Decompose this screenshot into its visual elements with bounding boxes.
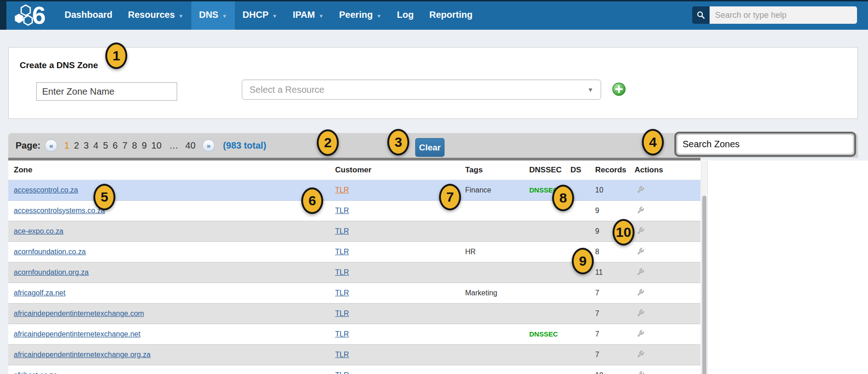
wrench-icon[interactable] (635, 288, 646, 299)
logo-six: 6 (32, 1, 46, 29)
page-label: Page: (16, 140, 40, 151)
zone-link[interactable]: africagolf.za.net (14, 289, 65, 297)
ds-cell (569, 283, 593, 303)
page-number-8[interactable]: 8 (132, 140, 137, 151)
table-header-row: Zone Customer Tags DNSSEC DS Records Act… (8, 160, 700, 180)
customer-link[interactable]: TLR (335, 186, 349, 194)
zone-link[interactable]: africaindependentinternetexchange.com (14, 310, 144, 317)
search-button[interactable] (692, 6, 710, 24)
plus-circle-icon (612, 82, 626, 96)
tags-cell (461, 344, 527, 365)
tags-cell: Finance (461, 180, 527, 200)
create-dns-zone-panel: Create a DNS Zone Select a Resource ▼ (8, 47, 858, 119)
column-header-records: Records (593, 160, 631, 180)
tags-cell: Marketing (461, 283, 527, 303)
page-number-9[interactable]: 9 (141, 140, 146, 151)
zone-name-input[interactable] (36, 82, 177, 101)
customer-link[interactable]: TLR (335, 268, 349, 276)
zone-link[interactable]: acornfoundation.org.za (14, 268, 89, 276)
total-count: (983 total) (223, 140, 266, 151)
nav-item-peering[interactable]: Peering▼ (331, 0, 389, 30)
page-number-6[interactable]: 6 (113, 140, 118, 151)
dnssec-status (527, 262, 569, 283)
customer-link[interactable]: TLR (335, 207, 349, 214)
records-count: 7 (593, 283, 631, 303)
wrench-icon[interactable] (635, 205, 646, 216)
wrench-icon[interactable] (635, 185, 646, 196)
nav-item-dashboard[interactable]: Dashboard (57, 0, 120, 30)
wrench-icon[interactable] (635, 267, 646, 278)
customer-link[interactable]: TLR (335, 351, 349, 358)
dnssec-status (527, 344, 569, 365)
page-number-7[interactable]: 7 (122, 140, 127, 151)
wrench-icon[interactable] (635, 349, 646, 360)
page-number-5[interactable]: 5 (103, 140, 108, 151)
wrench-icon[interactable] (635, 329, 646, 340)
dnssec-status: DNSSEC (527, 324, 569, 344)
ds-cell (569, 303, 593, 324)
annotation-badge-7: 7 (439, 184, 461, 210)
dnssec-status (527, 241, 569, 262)
window-top-edge (0, 0, 868, 1)
annotation-badge-9: 9 (572, 248, 594, 274)
nav-item-log[interactable]: Log (389, 0, 422, 30)
page-number-40[interactable]: 40 (185, 140, 195, 151)
logo-hexagons-icon (13, 4, 35, 27)
last-page-button[interactable]: » (202, 139, 215, 152)
zone-link[interactable]: accesscontrol.co.za (14, 186, 78, 194)
records-count: 7 (593, 344, 631, 365)
page-number-3[interactable]: 3 (84, 140, 89, 151)
table-scrollbar[interactable] (701, 161, 708, 374)
first-page-button[interactable]: « (45, 139, 57, 152)
column-header-customer: Customer (329, 160, 461, 180)
wrench-icon[interactable] (635, 246, 646, 257)
logo-6connect[interactable]: 6 (13, 0, 46, 30)
customer-link[interactable]: TLR (335, 330, 349, 338)
customer-link[interactable]: TLR (335, 371, 349, 374)
page-number-10[interactable]: 10 (152, 140, 162, 151)
ds-cell (569, 365, 593, 374)
customer-link[interactable]: TLR (335, 248, 349, 256)
annotation-badge-10: 10 (613, 219, 635, 246)
ds-cell (569, 324, 593, 344)
table-row: africagolf.za.net TLR Marketing 7 (8, 283, 700, 303)
annotation-badge-8: 8 (552, 185, 574, 211)
tags-cell (461, 324, 527, 344)
global-search-input[interactable] (710, 6, 857, 24)
table-row: ace-expo.co.za TLR 9 (8, 221, 700, 241)
zone-link[interactable]: africaindependentinternetexchange.org.za (14, 351, 151, 358)
nav-item-reporting[interactable]: Reporting (422, 0, 480, 30)
nav-item-dns[interactable]: DNS▼ (191, 0, 235, 30)
page-number-4[interactable]: 4 (93, 140, 98, 151)
dnssec-status (527, 283, 569, 303)
customer-link[interactable]: TLR (335, 289, 349, 297)
nav-menu: Dashboard Resources▼ DNS▼ DHCP▼ IPAM▼ Pe… (57, 0, 480, 30)
zone-link[interactable]: ace-expo.co.za (14, 227, 64, 235)
scrollbar-thumb[interactable] (702, 196, 706, 374)
zone-link[interactable]: afrihost.co.za (14, 371, 57, 374)
wrench-icon[interactable] (635, 370, 646, 374)
resource-select[interactable]: Select a Resource ▼ (242, 80, 601, 100)
page-number-2[interactable]: 2 (74, 140, 79, 151)
tags-cell: HR (461, 241, 527, 262)
search-zones-input[interactable] (678, 135, 853, 154)
customer-link[interactable]: TLR (335, 310, 349, 317)
zone-link[interactable]: africaindependentinternetexchange.net (14, 330, 141, 338)
clear-button[interactable]: Clear (415, 138, 445, 157)
panel-title: Create a DNS Zone (20, 60, 98, 70)
wrench-icon[interactable] (635, 308, 646, 319)
nav-item-ipam[interactable]: IPAM▼ (285, 0, 331, 30)
zone-link[interactable]: acornfoundation.co.za (14, 248, 86, 256)
records-count: 10 (593, 365, 631, 374)
zone-link[interactable]: accesscontrolsystems.co.za (14, 207, 105, 214)
page-number-1[interactable]: 1 (64, 140, 69, 151)
add-zone-button[interactable] (612, 82, 626, 96)
records-count: 10 (593, 180, 631, 200)
tags-cell (461, 365, 527, 374)
customer-link[interactable]: TLR (335, 227, 349, 235)
wrench-icon[interactable] (635, 226, 646, 237)
nav-item-dhcp[interactable]: DHCP▼ (235, 0, 285, 30)
column-header-dnssec: DNSSEC (527, 160, 569, 180)
nav-item-resources[interactable]: Resources▼ (120, 0, 191, 30)
records-count: 9 (593, 200, 631, 221)
